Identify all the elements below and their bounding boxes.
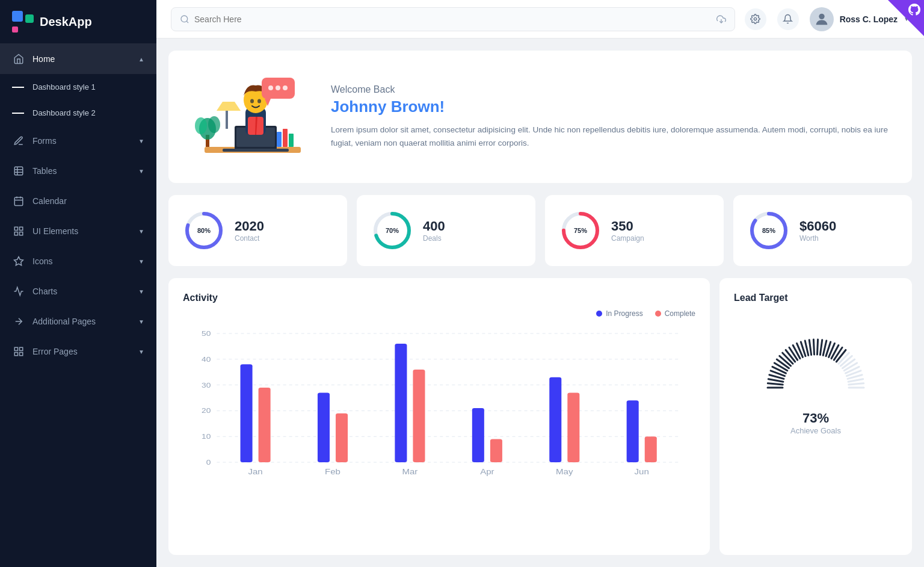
svg-line-104 bbox=[820, 340, 822, 355]
stat-info-campaign: 350 Campaign bbox=[611, 218, 644, 243]
svg-rect-24 bbox=[277, 132, 282, 147]
welcome-name: Johnny Brown! bbox=[331, 98, 894, 116]
user-info[interactable]: Ross C. Lopez ▼ bbox=[810, 7, 910, 31]
sidebar-label-forms: Forms bbox=[32, 136, 57, 146]
search-input[interactable] bbox=[194, 14, 712, 24]
activity-card: Activity In Progress Complete 0102030405… bbox=[168, 278, 710, 555]
svg-rect-9 bbox=[20, 227, 23, 230]
additional-icon bbox=[12, 315, 25, 328]
sidebar-item-calendar[interactable]: Calendar bbox=[0, 186, 156, 216]
svg-rect-17 bbox=[20, 353, 23, 356]
charts-icon bbox=[12, 285, 25, 298]
chart-legend: In Progress Complete bbox=[183, 309, 695, 318]
svg-marker-46 bbox=[217, 102, 241, 111]
sidebar-item-dashboard1[interactable]: Dashboard style 1 bbox=[0, 74, 156, 100]
svg-point-22 bbox=[819, 13, 824, 19]
svg-point-18 bbox=[181, 16, 188, 22]
download-icon bbox=[716, 14, 726, 24]
home-icon bbox=[12, 52, 25, 66]
sidebar-item-icons[interactable]: Icons ▼ bbox=[0, 246, 156, 276]
sidebar-item-ui-elements[interactable]: UI Elements ▼ bbox=[0, 216, 156, 246]
user-name: Ross C. Lopez bbox=[840, 14, 898, 24]
svg-line-118 bbox=[848, 379, 863, 382]
sidebar-label-ui-elements: UI Elements bbox=[32, 226, 78, 236]
svg-point-39 bbox=[276, 85, 280, 90]
svg-line-101 bbox=[809, 340, 811, 355]
notifications-button[interactable] bbox=[777, 8, 799, 30]
svg-line-119 bbox=[849, 383, 864, 385]
main-area: Ross C. Lopez ▼ bbox=[156, 0, 924, 567]
svg-rect-10 bbox=[14, 232, 17, 235]
svg-rect-45 bbox=[226, 111, 228, 129]
svg-text:Jan: Jan bbox=[248, 468, 262, 476]
lead-title: Lead Target bbox=[734, 293, 788, 303]
icons-arrow: ▼ bbox=[138, 258, 144, 265]
bar-chart-svg: 01020304050JanFebMarAprMayJun bbox=[183, 327, 695, 484]
svg-rect-11 bbox=[20, 232, 23, 235]
error-arrow: ▼ bbox=[138, 349, 144, 355]
svg-rect-15 bbox=[20, 347, 23, 350]
error-icon bbox=[12, 345, 25, 358]
svg-point-43 bbox=[195, 117, 207, 134]
svg-line-86 bbox=[768, 383, 783, 385]
svg-line-102 bbox=[813, 339, 814, 355]
stat-card-deals: 70% 400 Deals bbox=[357, 195, 535, 266]
svg-marker-12 bbox=[14, 257, 23, 265]
svg-text:May: May bbox=[556, 468, 573, 476]
github-icon bbox=[908, 4, 920, 16]
settings-button[interactable] bbox=[745, 8, 766, 30]
welcome-body: Lorem ipsum dolor sit amet, consectetur … bbox=[331, 123, 894, 149]
svg-point-44 bbox=[208, 116, 220, 133]
svg-rect-82 bbox=[627, 400, 639, 462]
donut-label-contact: 80% bbox=[197, 227, 211, 234]
svg-text:10: 10 bbox=[202, 433, 211, 440]
stat-value-deals: 400 bbox=[423, 218, 445, 234]
complete-dot bbox=[655, 311, 661, 317]
stat-value-contact: 2020 bbox=[235, 218, 264, 234]
sidebar-item-home[interactable]: Home ▲ bbox=[0, 44, 156, 74]
gauge-percent: 73% bbox=[802, 411, 829, 426]
svg-rect-73 bbox=[395, 344, 407, 462]
svg-line-100 bbox=[805, 341, 808, 355]
search-icon bbox=[180, 14, 189, 24]
svg-point-21 bbox=[754, 17, 757, 20]
bell-icon bbox=[783, 14, 793, 24]
svg-rect-83 bbox=[645, 436, 657, 462]
complete-label: Complete bbox=[665, 309, 695, 318]
stat-value-worth: $6060 bbox=[799, 218, 836, 234]
svg-text:30: 30 bbox=[202, 382, 211, 389]
stat-card-contact: 80% 2020 Contact bbox=[168, 195, 347, 266]
sidebar-label-home: Home bbox=[32, 54, 55, 64]
additional-arrow: ▼ bbox=[138, 318, 144, 325]
stat-value-campaign: 350 bbox=[611, 218, 644, 234]
sidebar-item-charts[interactable]: Charts ▼ bbox=[0, 276, 156, 306]
calendar-icon bbox=[12, 194, 25, 208]
svg-point-34 bbox=[250, 99, 254, 104]
svg-rect-4 bbox=[14, 197, 23, 206]
in-progress-label: In Progress bbox=[606, 309, 642, 318]
donut-label-campaign: 75% bbox=[574, 227, 587, 234]
svg-text:Mar: Mar bbox=[402, 468, 418, 476]
svg-line-103 bbox=[817, 339, 818, 355]
logo[interactable]: DeskApp bbox=[0, 0, 156, 44]
sidebar-item-dashboard2[interactable]: Dashboard style 2 bbox=[0, 100, 156, 126]
stats-row: 80% 2020 Contact 70% 400 Deals 75% 350 bbox=[168, 195, 912, 266]
in-progress-dot bbox=[596, 311, 602, 317]
sidebar-item-tables[interactable]: Tables ▼ bbox=[0, 156, 156, 186]
svg-text:0: 0 bbox=[206, 459, 211, 466]
svg-point-38 bbox=[268, 85, 273, 90]
lead-card: Lead Target 73% Achieve Goals bbox=[719, 278, 912, 555]
bottom-row: Activity In Progress Complete 0102030405… bbox=[168, 278, 912, 555]
bar-chart: 01020304050JanFebMarAprMayJun bbox=[183, 327, 695, 484]
stat-label-campaign: Campaign bbox=[611, 234, 644, 243]
search-box[interactable] bbox=[171, 7, 735, 31]
logo-icon bbox=[12, 11, 34, 33]
svg-rect-14 bbox=[14, 347, 17, 350]
legend-complete: Complete bbox=[655, 309, 695, 318]
gauge-sublabel: Achieve Goals bbox=[790, 426, 841, 435]
tables-icon bbox=[12, 164, 25, 178]
sidebar-item-forms[interactable]: Forms ▼ bbox=[0, 126, 156, 156]
svg-rect-26 bbox=[289, 134, 294, 147]
sidebar-item-error[interactable]: Error Pages ▼ bbox=[0, 336, 156, 367]
sidebar-item-additional[interactable]: Additional Pages ▼ bbox=[0, 306, 156, 336]
